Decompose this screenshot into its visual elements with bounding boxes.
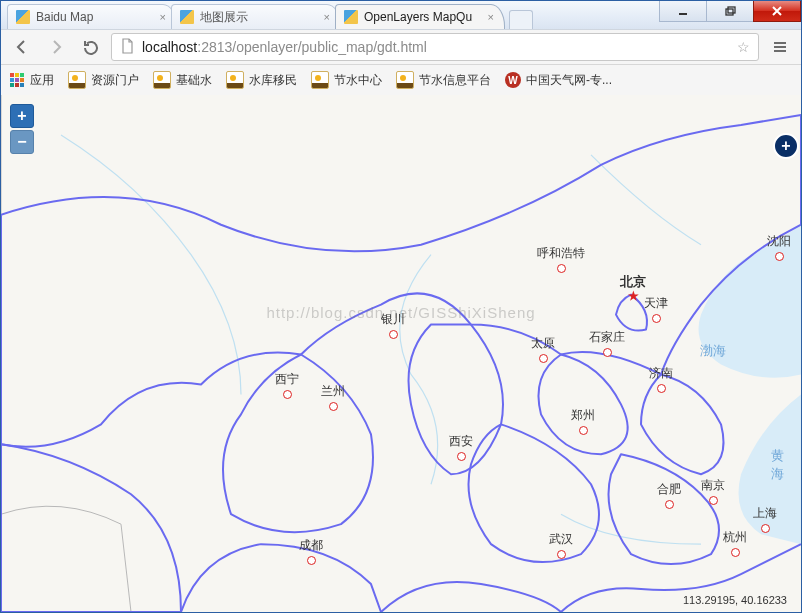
bookmark-label: 节水信息平台 — [419, 72, 491, 89]
tab-openlayers[interactable]: OpenLayers MapQu × — [335, 4, 505, 29]
url-text: localhost:2813/openlayer/public_map/gdt.… — [142, 39, 729, 55]
browser-menu-button[interactable] — [767, 34, 793, 60]
bookmark-water-saving-center[interactable]: 节水中心 — [311, 71, 382, 89]
bookmark-reservoir-migrant[interactable]: 水库移民 — [226, 71, 297, 89]
titlebar: Baidu Map × 地图展示 × OpenLayers MapQu × — [1, 1, 801, 29]
bookmark-apps[interactable]: 应用 — [9, 72, 54, 89]
tab-baidu-map[interactable]: Baidu Map × — [7, 4, 177, 29]
map-canvas[interactable] — [1, 95, 801, 612]
tab-favicon — [180, 10, 194, 24]
tab-title: 地图展示 — [200, 9, 314, 26]
tab-close-icon[interactable]: × — [324, 11, 330, 23]
bookmark-label: 中国天气网-专... — [526, 72, 612, 89]
zoom-out-button[interactable]: − — [10, 130, 34, 154]
folder-icon — [396, 71, 414, 89]
forward-button[interactable] — [43, 34, 69, 60]
bookmark-label: 资源门户 — [91, 72, 139, 89]
bookmark-label: 节水中心 — [334, 72, 382, 89]
minimize-button[interactable] — [659, 1, 707, 22]
url-path: :2813/openlayer/public_map/gdt.html — [197, 39, 427, 55]
tab-favicon — [344, 10, 358, 24]
bookmark-china-weather[interactable]: W 中国天气网-专... — [505, 72, 612, 89]
bookmark-basic-water[interactable]: 基础水 — [153, 71, 212, 89]
apps-icon — [9, 72, 25, 88]
folder-icon — [68, 71, 86, 89]
bookmark-water-saving-info[interactable]: 节水信息平台 — [396, 71, 491, 89]
address-bar[interactable]: localhost:2813/openlayer/public_map/gdt.… — [111, 33, 759, 61]
folder-icon — [311, 71, 329, 89]
maximize-button[interactable] — [706, 1, 754, 22]
tab-close-icon[interactable]: × — [488, 11, 494, 23]
tab-favicon — [16, 10, 30, 24]
window-controls — [660, 1, 801, 22]
tab-map-display[interactable]: 地图展示 × — [171, 4, 341, 29]
folder-icon — [153, 71, 171, 89]
zoom-in-button[interactable]: + — [10, 104, 34, 128]
bookmark-star-icon[interactable]: ☆ — [737, 39, 750, 55]
bookmark-label: 应用 — [30, 72, 54, 89]
svg-rect-0 — [726, 9, 733, 15]
browser-window: Baidu Map × 地图展示 × OpenLayers MapQu × — [0, 0, 802, 613]
back-button[interactable] — [9, 34, 35, 60]
tab-title: Baidu Map — [36, 10, 150, 24]
svg-rect-1 — [728, 7, 735, 13]
bookmarks-bar: 应用 资源门户 基础水 水库移民 节水中心 节水信息平台 W 中国天气网-专..… — [1, 65, 801, 96]
tab-strip: Baidu Map × 地图展示 × OpenLayers MapQu × — [7, 3, 533, 29]
nav-toolbar: localhost:2813/openlayer/public_map/gdt.… — [1, 29, 801, 65]
tab-title: OpenLayers MapQu — [364, 10, 478, 24]
close-button[interactable] — [753, 1, 801, 22]
map-viewport[interactable]: http://blog.csdn.net/GISShiXiSheng + − +… — [1, 95, 801, 612]
bookmark-label: 水库移民 — [249, 72, 297, 89]
bookmark-label: 基础水 — [176, 72, 212, 89]
tab-close-icon[interactable]: × — [160, 11, 166, 23]
reload-button[interactable] — [77, 34, 103, 60]
page-icon — [120, 38, 134, 57]
bookmark-resource-portal[interactable]: 资源门户 — [68, 71, 139, 89]
url-host: localhost — [142, 39, 197, 55]
new-tab-button[interactable] — [509, 10, 533, 29]
weather-icon: W — [505, 72, 521, 88]
layer-switcher-button[interactable]: + — [773, 133, 799, 159]
zoom-control: + − — [10, 104, 32, 156]
folder-icon — [226, 71, 244, 89]
